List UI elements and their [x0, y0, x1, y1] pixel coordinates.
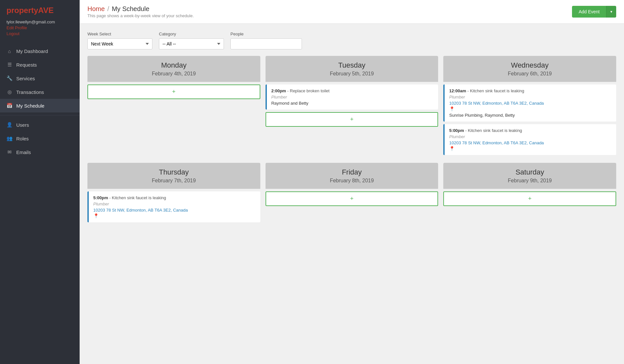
- day-events-tuesday: 2:00pm - Replace broken toilet Plumber R…: [266, 82, 438, 158]
- day-events-wednesday: 12:00am - Kitchen sink faucet is leaking…: [443, 82, 616, 158]
- sidebar: propertyAVE tylor.llewellyn@gmail.com Ed…: [0, 0, 80, 364]
- edit-profile-link[interactable]: Edit Profile: [6, 25, 73, 30]
- day-date-thursday: February 7th, 2019: [93, 178, 255, 184]
- dashboard-icon: ⌂: [6, 48, 12, 54]
- people-label: People: [230, 32, 302, 36]
- logo: propertyAVE: [0, 0, 80, 18]
- event-address-wed-1[interactable]: 10203 78 St NW, Edmonton, AB T6A 3E2, Ca…: [449, 101, 612, 106]
- event-desc-thu-1: - Kitchen sink faucet is leaking: [109, 195, 166, 200]
- event-people-tue-1: Raymond and Betty: [271, 101, 434, 106]
- event-time-desc-wed-2: 5:00pm - Kitchen sink faucet is leaking: [449, 128, 612, 133]
- event-category-wed-1: Plumber: [449, 95, 612, 99]
- main-area: Home / My Schedule This page shows a wee…: [80, 0, 624, 364]
- breadcrumb-separator: /: [107, 5, 109, 13]
- event-desc-wed-2: - Kitchen sink faucet is leaking: [465, 128, 522, 133]
- category-select[interactable]: -- All -- Plumber Electrician: [159, 38, 224, 49]
- event-category-wed-2: Plumber: [449, 134, 612, 139]
- emails-icon: ✉: [6, 149, 12, 155]
- logo-part1: property: [6, 6, 38, 15]
- user-email: tylor.llewellyn@gmail.com: [6, 20, 73, 24]
- sidebar-item-my-dashboard[interactable]: ⌂ My Dashboard: [0, 45, 80, 58]
- sidebar-item-roles[interactable]: 👥 Roles: [0, 132, 80, 145]
- user-info: tylor.llewellyn@gmail.com Edit Profile L…: [0, 18, 80, 41]
- add-event-button[interactable]: Add Event: [572, 6, 606, 18]
- sidebar-item-transactions[interactable]: ◎ Transactions: [0, 85, 80, 99]
- day-name-monday: Monday: [93, 61, 255, 70]
- day-name-friday: Friday: [271, 168, 433, 176]
- sidebar-item-emails[interactable]: ✉ Emails: [0, 145, 80, 159]
- day-date-saturday: February 9th, 2019: [448, 178, 611, 184]
- topbar: Home / My Schedule This page shows a wee…: [80, 0, 624, 24]
- sidebar-item-label-requests: Requests: [16, 62, 37, 68]
- calendar-grid: Monday February 4th, 2019 + Tuesday Febr…: [87, 56, 616, 225]
- sidebar-item-users[interactable]: 👤 Users: [0, 118, 80, 132]
- roles-icon: 👥: [6, 136, 12, 141]
- event-time-desc-wed-1: 12:00am - Kitchen sink faucet is leaking: [449, 88, 612, 93]
- day-name-saturday: Saturday: [448, 168, 611, 176]
- event-card-thu-1: 5:00pm - Kitchen sink faucet is leaking …: [87, 191, 260, 222]
- people-input[interactable]: [230, 38, 302, 49]
- day-events-saturday: +: [443, 189, 616, 225]
- logout-link[interactable]: Logout: [6, 31, 73, 36]
- event-time-wed-1: 12:00am: [449, 88, 466, 93]
- day-events-thursday: 5:00pm - Kitchen sink faucet is leaking …: [87, 189, 260, 225]
- day-date-wednesday: February 6th, 2019: [448, 71, 611, 77]
- sidebar-item-label-services: Services: [16, 76, 35, 81]
- week-select-group: Week Select Next Week This Week Last Wee…: [87, 32, 152, 49]
- day-header-friday: Friday February 8th, 2019: [266, 163, 438, 189]
- event-address-wed-2[interactable]: 10203 78 St NW, Edmonton, AB T6A 3E2, Ca…: [449, 140, 612, 145]
- event-time-thu-1: 5:00pm: [93, 195, 108, 200]
- event-category-tue-1: Plumber: [271, 95, 434, 99]
- day-card-saturday: Saturday February 9th, 2019 +: [443, 163, 616, 225]
- schedule-icon: 📅: [6, 103, 12, 109]
- day-name-tuesday: Tuesday: [271, 61, 433, 70]
- event-time-wed-2: 5:00pm: [449, 128, 464, 133]
- day-card-tuesday: Tuesday February 5th, 2019 2:00pm - Repl…: [266, 56, 438, 158]
- event-time-desc-thu-1: 5:00pm - Kitchen sink faucet is leaking: [93, 195, 256, 200]
- day-name-wednesday: Wednesday: [448, 61, 611, 70]
- logo-part2: AVE: [38, 6, 54, 15]
- filters-bar: Week Select Next Week This Week Last Wee…: [87, 32, 616, 49]
- event-category-thu-1: Plumber: [93, 202, 256, 206]
- event-desc-wed-1: - Kitchen sink faucet is leaking: [467, 88, 524, 93]
- add-event-button-group: Add Event ▾: [572, 6, 616, 18]
- week-select[interactable]: Next Week This Week Last Week: [87, 38, 152, 49]
- add-event-tuesday[interactable]: +: [266, 112, 438, 127]
- sidebar-item-requests[interactable]: ☰ Requests: [0, 58, 80, 72]
- event-card-wed-2: 5:00pm - Kitchen sink faucet is leaking …: [443, 124, 616, 155]
- page-subtitle: This page shows a week-by-week view of y…: [87, 13, 194, 18]
- event-pin-wed-1: 📍: [449, 106, 612, 111]
- nav-divider: [0, 115, 80, 115]
- sidebar-item-services[interactable]: 🔧 Services: [0, 72, 80, 85]
- day-events-monday: +: [87, 82, 260, 158]
- day-name-thursday: Thursday: [93, 168, 255, 176]
- sidebar-item-label-transactions: Transactions: [16, 89, 44, 95]
- day-card-wednesday: Wednesday February 6th, 2019 12:00am - K…: [443, 56, 616, 158]
- breadcrumb-home[interactable]: Home: [87, 5, 105, 13]
- logo-text: propertyAVE: [6, 6, 54, 15]
- day-header-wednesday: Wednesday February 6th, 2019: [443, 56, 616, 82]
- day-header-tuesday: Tuesday February 5th, 2019: [266, 56, 438, 82]
- day-date-tuesday: February 5th, 2019: [271, 71, 433, 77]
- add-event-saturday[interactable]: +: [443, 191, 616, 206]
- services-icon: 🔧: [6, 75, 12, 81]
- event-address-thu-1[interactable]: 10203 78 St NW, Edmonton, AB T6A 3E2, Ca…: [93, 208, 256, 213]
- day-card-thursday: Thursday February 7th, 2019 5:00pm - Kit…: [87, 163, 260, 225]
- sidebar-item-label-users: Users: [16, 122, 29, 128]
- event-pin-thu-1: 📍: [93, 213, 256, 218]
- day-header-saturday: Saturday February 9th, 2019: [443, 163, 616, 189]
- add-event-caret-button[interactable]: ▾: [606, 6, 616, 18]
- event-desc-tue-1: - Replace broken toilet: [287, 88, 330, 93]
- users-icon: 👤: [6, 122, 12, 128]
- add-event-monday[interactable]: +: [87, 84, 260, 99]
- event-card-tue-1: 2:00pm - Replace broken toilet Plumber R…: [266, 84, 438, 110]
- day-header-monday: Monday February 4th, 2019: [87, 56, 260, 82]
- day-date-friday: February 8th, 2019: [271, 178, 433, 184]
- page-content: Week Select Next Week This Week Last Wee…: [80, 24, 624, 364]
- requests-icon: ☰: [6, 62, 12, 68]
- add-event-friday[interactable]: +: [266, 191, 438, 206]
- day-card-monday: Monday February 4th, 2019 +: [87, 56, 260, 158]
- week-select-label: Week Select: [87, 32, 152, 36]
- breadcrumb-current: My Schedule: [112, 5, 150, 13]
- sidebar-item-my-schedule[interactable]: 📅 My Schedule: [0, 99, 80, 112]
